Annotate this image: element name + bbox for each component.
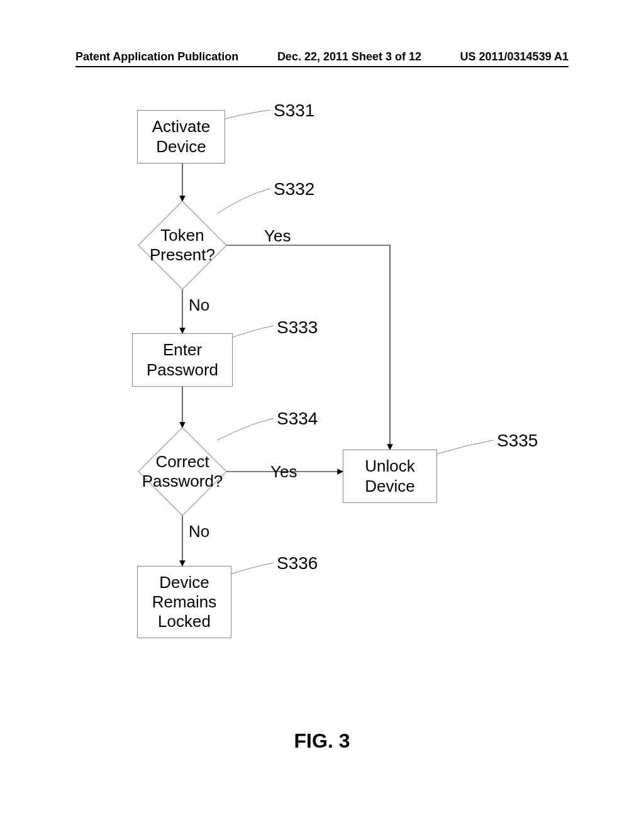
step-ref-s334: S334 [277,409,318,429]
node-text: Device [156,137,206,157]
node-text: Device [365,477,414,496]
node-enter-password: Enter Password [132,333,233,387]
edge-label-no: No [189,522,209,541]
step-ref-s335: S335 [497,431,538,451]
node-text: Unlock [365,456,414,476]
flowchart: Activate Device S331 Token Present? S332… [0,101,644,729]
node-text: Present? [150,245,215,265]
step-ref-s331: S331 [274,101,314,121]
page-header: Patent Application Publication Dec. 22, … [75,50,569,67]
step-ref-s336: S336 [277,553,318,573]
node-unlock-device: Unlock Device [343,450,437,503]
node-text: Token [160,226,204,245]
node-text: Password [147,360,218,380]
node-text: Correct [155,452,209,472]
header-right: US 2011/0314539 A1 [460,50,569,64]
connectors [0,101,644,729]
node-text: Locked [158,612,211,631]
node-text: Password? [142,472,223,491]
step-ref-s333: S333 [277,318,318,338]
node-token-present: Token Present? [151,214,214,277]
node-text: Remains [152,592,217,612]
header-center: Dec. 22, 2011 Sheet 3 of 12 [277,50,421,64]
node-correct-password: Correct Password? [151,440,214,503]
edge-label-yes: Yes [270,462,297,482]
edge-label-yes: Yes [264,226,291,246]
step-ref-s332: S332 [274,179,314,199]
node-text: Device [159,573,209,592]
node-text: Enter [163,340,202,360]
figure-label: FIG. 3 [0,729,644,753]
node-text: Activate [152,117,211,136]
edge-label-no: No [189,296,209,315]
header-left: Patent Application Publication [75,50,238,64]
node-device-remains-locked: Device Remains Locked [137,566,231,638]
node-activate-device: Activate Device [137,110,225,163]
